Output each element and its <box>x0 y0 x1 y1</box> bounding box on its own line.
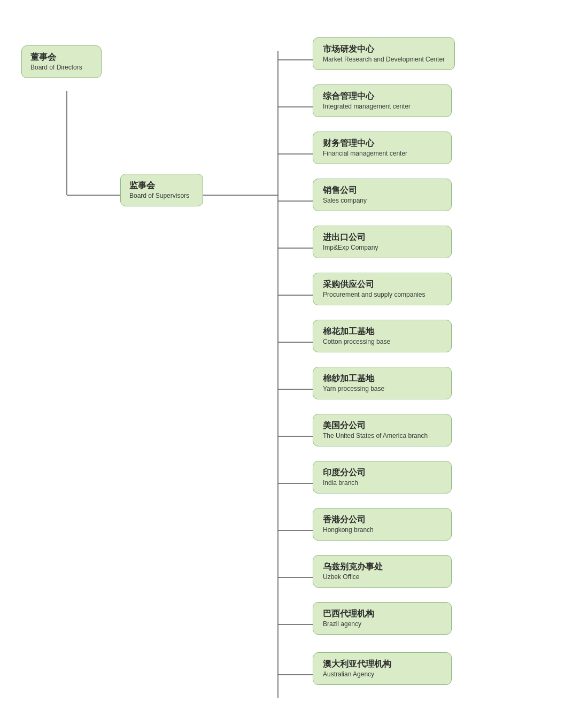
leaf-4-zh: 进出口公司 <box>323 232 442 243</box>
leaf-10-zh: 香港分公司 <box>323 514 442 526</box>
leaf-2-en: Financial management center <box>323 149 442 158</box>
org-chart: 董事会 Board of Directors 监事会 Board of Supe… <box>11 21 577 706</box>
leaf-3-en: Sales company <box>323 196 442 205</box>
leaf-11-en: Uzbek Office <box>323 573 442 582</box>
leaf-5-en: Procurement and supply companies <box>323 290 442 299</box>
leaf-8-zh: 美国分公司 <box>323 420 442 431</box>
leaf-3-zh: 销售公司 <box>323 184 442 196</box>
leaf-4-en: Imp&Exp Company <box>323 243 442 252</box>
board-directors-zh: 董事会 <box>30 51 92 63</box>
leaf-node-4: 进出口公司 Imp&Exp Company <box>313 226 452 258</box>
leaf-node-3: 销售公司 Sales company <box>313 179 452 211</box>
leaf-6-zh: 棉花加工基地 <box>323 326 442 337</box>
leaf-10-en: Hongkong branch <box>323 526 442 535</box>
leaf-7-en: Yarn processing base <box>323 384 442 394</box>
board-directors-en: Board of Directors <box>30 63 92 72</box>
leaf-12-en: Brazil agency <box>323 620 442 629</box>
leaf-9-en: India branch <box>323 479 442 488</box>
leaf-node-1: 综合管理中心 Integrated management center <box>313 84 452 117</box>
leaf-8-en: The United States of America branch <box>323 431 442 441</box>
leaf-0-en: Market Research and Development Center <box>323 55 445 64</box>
leaf-node-7: 棉纱加工基地 Yarn processing base <box>313 367 452 399</box>
leaf-0-zh: 市场研发中心 <box>323 43 445 55</box>
board-supervisors-en: Board of Supervisors <box>129 191 194 200</box>
board-of-directors-node: 董事会 Board of Directors <box>21 45 102 78</box>
leaf-1-en: Integrated management center <box>323 102 442 111</box>
leaf-node-2: 财务管理中心 Financial management center <box>313 132 452 164</box>
leaf-node-11: 乌兹别克办事处 Uzbek Office <box>313 555 452 588</box>
leaf-node-8: 美国分公司 The United States of America branc… <box>313 414 452 446</box>
leaf-node-0: 市场研发中心 Market Research and Development C… <box>313 37 455 70</box>
leaf-13-en: Australian Agency <box>323 670 442 679</box>
leaf-7-zh: 棉纱加工基地 <box>323 373 442 384</box>
leaf-1-zh: 综合管理中心 <box>323 90 442 102</box>
leaf-11-zh: 乌兹别克办事处 <box>323 561 442 573</box>
leaf-6-en: Cotton processing base <box>323 337 442 346</box>
leaf-node-12: 巴西代理机构 Brazil agency <box>313 602 452 635</box>
connector-lines <box>11 21 577 706</box>
board-of-supervisors-node: 监事会 Board of Supervisors <box>120 174 203 206</box>
leaf-node-10: 香港分公司 Hongkong branch <box>313 508 452 541</box>
board-supervisors-zh: 监事会 <box>129 180 194 191</box>
leaf-5-zh: 采购供应公司 <box>323 279 442 290</box>
leaf-2-zh: 财务管理中心 <box>323 137 442 149</box>
leaf-9-zh: 印度分公司 <box>323 467 442 479</box>
leaf-12-zh: 巴西代理机构 <box>323 608 442 620</box>
leaf-node-13: 澳大利亚代理机构 Australian Agency <box>313 652 452 685</box>
leaf-node-5: 采购供应公司 Procurement and supply companies <box>313 273 452 305</box>
leaf-node-9: 印度分公司 India branch <box>313 461 452 493</box>
leaf-node-6: 棉花加工基地 Cotton processing base <box>313 320 452 352</box>
leaf-13-zh: 澳大利亚代理机构 <box>323 658 442 670</box>
